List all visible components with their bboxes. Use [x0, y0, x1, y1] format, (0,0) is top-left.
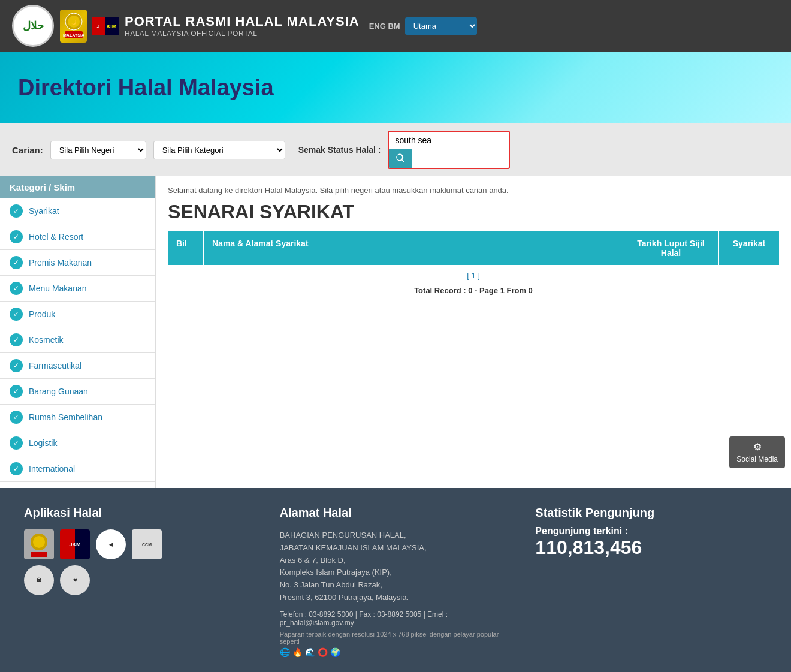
check-icon: ✓ [10, 308, 23, 321]
logo-area: حلال 🌙 MALAYSIA J KIM [12, 5, 360, 47]
sidebar-item-produk[interactable]: ✓ Produk [0, 302, 155, 327]
jakim-logo: J KIM [92, 17, 119, 35]
search-bar: Carian: Sila Pilih Negeri Sila Pilih Kat… [0, 123, 791, 176]
svg-text:🌙: 🌙 [71, 20, 76, 25]
svg-rect-13 [31, 552, 47, 557]
footer-statistik: Statistik Pengunjung Pengunjung terkini … [535, 506, 767, 657]
footer-logo-circle2: 🏛 [24, 565, 54, 595]
top-header: حلال 🌙 MALAYSIA J KIM [0, 0, 791, 52]
negeri-select[interactable]: Sila Pilih Negeri [50, 141, 146, 159]
visitor-count: 110,813,456 [535, 537, 767, 559]
browser-icons: 🌐 🔥 🌊 ⭕ 🌍 [280, 647, 512, 657]
sidebar-label-produk: Produk [29, 309, 55, 319]
check-icon: ✓ [10, 282, 23, 295]
aplikasi-title: Aplikasi Halal [24, 506, 256, 520]
footer-logo-row-1: JKM ◀ CCM [24, 529, 256, 559]
check-icon: ✓ [10, 256, 23, 269]
sidebar-item-menu[interactable]: ✓ Menu Makanan [0, 276, 155, 302]
welcome-text: Selamat datang ke direktori Halal Malays… [168, 186, 779, 195]
th-tarikh: Tarikh Luput Sijil Halal [623, 231, 719, 265]
sidebar-item-farmaseutikal[interactable]: ✓ Farmaseutikal [0, 353, 155, 379]
portal-title: PORTAL RASMI HALAL MALAYSIA [125, 14, 360, 29]
social-media-badge[interactable]: ⚙ Social Media [729, 436, 785, 468]
footer: Aplikasi Halal JKM ◀ CCM 🏛 [0, 488, 791, 672]
sidebar-item-kosmetik[interactable]: ✓ Kosmetik [0, 327, 155, 353]
lang-nav: ENG BM Utama [369, 17, 477, 35]
svg-text:MALAYSIA: MALAYSIA [63, 33, 84, 37]
table-pagination[interactable]: [ 1 ] [168, 265, 779, 286]
check-icon: ✓ [10, 385, 23, 398]
sidebar-item-hotel[interactable]: ✓ Hotel & Resort [0, 224, 155, 250]
addr-line-3: Aras 6 & 7, Blok D, [280, 555, 512, 567]
company-table: Bil Nama & Alamat Syarikat Tarikh Luput … [168, 231, 779, 295]
table-info: Total Record : 0 - Page 1 From 0 [168, 286, 779, 295]
gear-icon: ⚙ [753, 441, 762, 453]
svg-text:J: J [96, 23, 99, 29]
th-syarikat: Syarikat [719, 231, 779, 265]
visitor-label: Pengunjung terkini : [535, 526, 767, 537]
sidebar-item-logistik[interactable]: ✓ Logistik [0, 430, 155, 456]
addr-line-4: Kompleks Islam Putrajaya (KIP), [280, 566, 512, 579]
footer-contact: Telefon : 03-8892 5000 | Fax : 03-8892 5… [280, 610, 512, 627]
browser-icon-5: 🌍 [330, 647, 340, 657]
browser-icon-1: 🌐 [280, 647, 290, 657]
sidebar-label-rumah: Rumah Sembelihan [29, 412, 102, 422]
company-list-title: SENARAI SYARIKAT [168, 201, 779, 223]
sidebar-header: Kategori / Skim [0, 176, 155, 198]
statistik-title: Statistik Pengunjung [535, 506, 767, 520]
sidebar-label-menu: Menu Makanan [29, 284, 87, 293]
sidebar-item-premis[interactable]: ✓ Premis Makanan [0, 250, 155, 276]
sidebar-item-syarikat[interactable]: ✓ Syarikat [0, 198, 155, 224]
sidebar-label-premis: Premis Makanan [29, 258, 92, 267]
kategori-select[interactable]: Sila Pilih Kategori [153, 141, 285, 159]
nav-select[interactable]: Utama [405, 17, 477, 35]
sidebar-label-farmaseutikal: Farmaseutikal [29, 361, 81, 370]
sidebar-item-international[interactable]: ✓ International [0, 456, 155, 482]
hero-title: Direktori Halal Malaysia [18, 75, 274, 101]
search-button[interactable] [389, 149, 412, 168]
th-bil: Bil [168, 231, 204, 265]
sidebar-item-barang[interactable]: ✓ Barang Gunaan [0, 379, 155, 405]
footer-logo-row-2: 🏛 ❤ [24, 565, 256, 595]
footer-aplikasi: Aplikasi Halal JKM ◀ CCM 🏛 [24, 506, 256, 657]
browser-icon-3: 🌊 [305, 647, 315, 657]
portal-subtitle: HALAL MALAYSIA OFFICIAL PORTAL [125, 29, 360, 38]
check-icon: ✓ [10, 359, 23, 372]
sidebar-label-kosmetik: Kosmetik [29, 335, 64, 345]
addr-line-6: Presint 3, 62100 Putrajaya, Malaysia. [280, 592, 512, 604]
check-icon: ✓ [10, 204, 23, 218]
footer-logo-jakim: JKM [60, 529, 90, 559]
check-icon: ✓ [10, 333, 23, 346]
header-title-block: PORTAL RASMI HALAL MALAYSIA HALAL MALAYS… [125, 14, 360, 38]
semak-label: Semak Status Halal : [298, 145, 381, 155]
header-logos: 🌙 MALAYSIA J KIM [60, 10, 119, 43]
footer-logo-circle1: ◀ [96, 529, 126, 559]
check-icon: ✓ [10, 230, 23, 243]
footer-address: BAHAGIAN PENGURUSAN HALAL, JABATAN KEMAJ… [280, 529, 512, 604]
sidebar-label-syarikat: Syarikat [29, 206, 59, 216]
jabatan-logo: 🌙 MALAYSIA [60, 10, 87, 43]
footer-logo-ccm: CCM [132, 529, 162, 559]
footer-logo-jabatan [24, 529, 54, 559]
lang-links[interactable]: ENG BM [369, 22, 400, 31]
th-nama: Nama & Alamat Syarikat [204, 231, 623, 265]
check-icon: ✓ [10, 436, 23, 450]
check-icon: ✓ [10, 462, 23, 475]
sidebar-label-hotel: Hotel & Resort [29, 232, 83, 242]
check-icon: ✓ [10, 411, 23, 424]
social-media-label: Social Media [736, 455, 778, 463]
pagination-pages[interactable]: [ 1 ] [467, 271, 480, 280]
content-area: Selamat datang ke direktori Halal Malays… [156, 176, 791, 488]
footer-logo-circle3: ❤ [60, 565, 90, 595]
browser-icon-2: 🔥 [292, 647, 303, 657]
svg-text:KIM: KIM [107, 23, 117, 29]
sidebar: Kategori / Skim ✓ Syarikat ✓ Hotel & Res… [0, 176, 156, 488]
table-header-row: Bil Nama & Alamat Syarikat Tarikh Luput … [168, 231, 779, 265]
footer-note: Paparan terbaik dengan resolusi 1024 x 7… [280, 631, 512, 645]
sidebar-item-rumah[interactable]: ✓ Rumah Sembelihan [0, 405, 155, 430]
addr-line-1: BAHAGIAN PENGURUSAN HALAL, [280, 529, 512, 542]
svg-point-12 [33, 536, 45, 548]
hero-banner: Direktori Halal Malaysia [0, 52, 791, 123]
sidebar-label-international: International [29, 464, 75, 474]
addr-line-2: JABATAN KEMAJUAN ISLAM MALAYSIA, [280, 542, 512, 555]
